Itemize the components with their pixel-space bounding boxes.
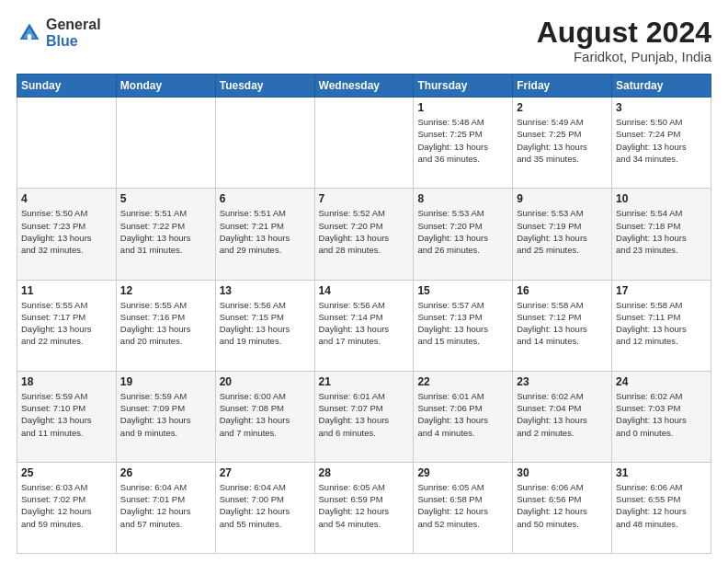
day-number: 11 (21, 284, 112, 297)
table-row: 22Sunrise: 6:01 AM Sunset: 7:06 PM Dayli… (414, 371, 513, 462)
table-row: 15Sunrise: 5:57 AM Sunset: 7:13 PM Dayli… (414, 280, 513, 371)
table-row: 7Sunrise: 5:52 AM Sunset: 7:20 PM Daylig… (314, 189, 414, 280)
day-number: 29 (417, 466, 508, 479)
table-row: 4Sunrise: 5:50 AM Sunset: 7:23 PM Daylig… (17, 189, 117, 280)
table-row: 14Sunrise: 5:56 AM Sunset: 7:14 PM Dayli… (314, 280, 414, 371)
day-number: 22 (417, 375, 508, 388)
calendar-header-row: Sunday Monday Tuesday Wednesday Thursday… (17, 75, 711, 98)
day-number: 19 (120, 375, 211, 388)
logo-text: General Blue (46, 17, 101, 49)
calendar-table: Sunday Monday Tuesday Wednesday Thursday… (17, 74, 711, 554)
table-row: 1Sunrise: 5:48 AM Sunset: 7:25 PM Daylig… (414, 98, 513, 189)
day-info: Sunrise: 6:04 AM Sunset: 7:00 PM Dayligh… (220, 481, 311, 530)
day-number: 12 (120, 284, 211, 297)
table-row: 2Sunrise: 5:49 AM Sunset: 7:25 PM Daylig… (513, 98, 612, 189)
day-info: Sunrise: 5:58 AM Sunset: 7:12 PM Dayligh… (517, 299, 608, 348)
day-number: 8 (417, 192, 508, 205)
day-number: 26 (120, 466, 211, 479)
day-info: Sunrise: 6:03 AM Sunset: 7:02 PM Dayligh… (21, 481, 112, 530)
table-row: 25Sunrise: 6:03 AM Sunset: 7:02 PM Dayli… (17, 462, 117, 553)
table-row: 5Sunrise: 5:51 AM Sunset: 7:22 PM Daylig… (116, 189, 215, 280)
day-info: Sunrise: 5:52 AM Sunset: 7:20 PM Dayligh… (319, 207, 410, 256)
day-number: 16 (517, 284, 608, 297)
svg-rect-2 (28, 34, 31, 40)
day-info: Sunrise: 5:55 AM Sunset: 7:17 PM Dayligh… (21, 299, 112, 348)
day-number: 27 (220, 466, 311, 479)
calendar-week-row: 18Sunrise: 5:59 AM Sunset: 7:10 PM Dayli… (17, 371, 711, 462)
day-number: 7 (319, 192, 410, 205)
day-info: Sunrise: 5:58 AM Sunset: 7:11 PM Dayligh… (616, 299, 707, 348)
calendar-week-row: 4Sunrise: 5:50 AM Sunset: 7:23 PM Daylig… (17, 189, 711, 280)
logo-blue-text: Blue (46, 33, 101, 50)
day-number: 2 (517, 101, 608, 114)
day-number: 14 (319, 284, 410, 297)
table-row (314, 98, 414, 189)
table-row: 17Sunrise: 5:58 AM Sunset: 7:11 PM Dayli… (612, 280, 711, 371)
table-row: 6Sunrise: 5:51 AM Sunset: 7:21 PM Daylig… (215, 189, 314, 280)
table-row: 26Sunrise: 6:04 AM Sunset: 7:01 PM Dayli… (116, 462, 215, 553)
day-info: Sunrise: 6:01 AM Sunset: 7:06 PM Dayligh… (417, 390, 508, 439)
table-row: 8Sunrise: 5:53 AM Sunset: 7:20 PM Daylig… (414, 189, 513, 280)
day-info: Sunrise: 5:50 AM Sunset: 7:23 PM Dayligh… (21, 207, 112, 256)
day-info: Sunrise: 6:06 AM Sunset: 6:55 PM Dayligh… (616, 481, 707, 530)
col-friday: Friday (513, 75, 612, 98)
title-block: August 2024 Faridkot, Punjab, India (537, 17, 711, 64)
table-row: 28Sunrise: 6:05 AM Sunset: 6:59 PM Dayli… (314, 462, 414, 553)
day-number: 15 (417, 284, 508, 297)
logo: General Blue (17, 17, 101, 49)
day-number: 4 (21, 192, 112, 205)
day-number: 21 (319, 375, 410, 388)
table-row (215, 98, 314, 189)
day-info: Sunrise: 5:59 AM Sunset: 7:10 PM Dayligh… (21, 390, 112, 439)
day-number: 10 (616, 192, 707, 205)
day-number: 20 (220, 375, 311, 388)
day-number: 13 (220, 284, 311, 297)
table-row: 3Sunrise: 5:50 AM Sunset: 7:24 PM Daylig… (612, 98, 711, 189)
table-row: 9Sunrise: 5:53 AM Sunset: 7:19 PM Daylig… (513, 189, 612, 280)
table-row: 31Sunrise: 6:06 AM Sunset: 6:55 PM Dayli… (612, 462, 711, 553)
day-info: Sunrise: 6:02 AM Sunset: 7:03 PM Dayligh… (616, 390, 707, 439)
table-row (116, 98, 215, 189)
calendar-week-row: 25Sunrise: 6:03 AM Sunset: 7:02 PM Dayli… (17, 462, 711, 553)
day-info: Sunrise: 5:51 AM Sunset: 7:21 PM Dayligh… (220, 207, 311, 256)
day-info: Sunrise: 5:55 AM Sunset: 7:16 PM Dayligh… (120, 299, 211, 348)
day-info: Sunrise: 5:54 AM Sunset: 7:18 PM Dayligh… (616, 207, 707, 256)
day-info: Sunrise: 5:56 AM Sunset: 7:14 PM Dayligh… (319, 299, 410, 348)
month-year-title: August 2024 (537, 17, 711, 49)
table-row: 11Sunrise: 5:55 AM Sunset: 7:17 PM Dayli… (17, 280, 117, 371)
day-number: 6 (220, 192, 311, 205)
col-sunday: Sunday (17, 75, 117, 98)
calendar-week-row: 1Sunrise: 5:48 AM Sunset: 7:25 PM Daylig… (17, 98, 711, 189)
location-text: Faridkot, Punjab, India (537, 49, 711, 64)
logo-general-text: General (46, 17, 101, 33)
table-row: 23Sunrise: 6:02 AM Sunset: 7:04 PM Dayli… (513, 371, 612, 462)
day-info: Sunrise: 6:05 AM Sunset: 6:58 PM Dayligh… (417, 481, 508, 530)
table-row: 16Sunrise: 5:58 AM Sunset: 7:12 PM Dayli… (513, 280, 612, 371)
day-number: 3 (616, 101, 707, 114)
col-thursday: Thursday (414, 75, 513, 98)
day-info: Sunrise: 5:51 AM Sunset: 7:22 PM Dayligh… (120, 207, 211, 256)
day-number: 30 (517, 466, 608, 479)
day-info: Sunrise: 5:57 AM Sunset: 7:13 PM Dayligh… (417, 299, 508, 348)
table-row (17, 98, 117, 189)
table-row: 24Sunrise: 6:02 AM Sunset: 7:03 PM Dayli… (612, 371, 711, 462)
table-row: 21Sunrise: 6:01 AM Sunset: 7:07 PM Dayli… (314, 371, 414, 462)
day-info: Sunrise: 5:53 AM Sunset: 7:20 PM Dayligh… (417, 207, 508, 256)
day-info: Sunrise: 6:04 AM Sunset: 7:01 PM Dayligh… (120, 481, 211, 530)
day-number: 1 (417, 101, 508, 114)
day-info: Sunrise: 5:56 AM Sunset: 7:15 PM Dayligh… (220, 299, 311, 348)
col-monday: Monday (116, 75, 215, 98)
table-row: 19Sunrise: 5:59 AM Sunset: 7:09 PM Dayli… (116, 371, 215, 462)
calendar-week-row: 11Sunrise: 5:55 AM Sunset: 7:17 PM Dayli… (17, 280, 711, 371)
day-info: Sunrise: 5:49 AM Sunset: 7:25 PM Dayligh… (517, 116, 608, 165)
day-info: Sunrise: 5:53 AM Sunset: 7:19 PM Dayligh… (517, 207, 608, 256)
day-info: Sunrise: 6:02 AM Sunset: 7:04 PM Dayligh… (517, 390, 608, 439)
day-number: 5 (120, 192, 211, 205)
day-info: Sunrise: 6:01 AM Sunset: 7:07 PM Dayligh… (319, 390, 410, 439)
day-info: Sunrise: 6:00 AM Sunset: 7:08 PM Dayligh… (220, 390, 311, 439)
day-number: 17 (616, 284, 707, 297)
day-number: 28 (319, 466, 410, 479)
table-row: 12Sunrise: 5:55 AM Sunset: 7:16 PM Dayli… (116, 280, 215, 371)
day-info: Sunrise: 5:48 AM Sunset: 7:25 PM Dayligh… (417, 116, 508, 165)
day-number: 25 (21, 466, 112, 479)
